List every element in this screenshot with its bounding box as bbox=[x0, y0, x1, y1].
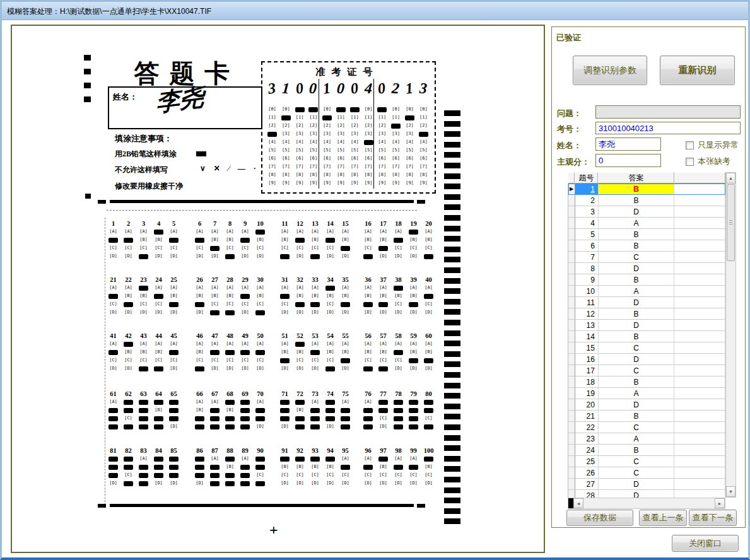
table-cell[interactable]: B bbox=[599, 274, 675, 286]
table-cell[interactable]: 17 bbox=[575, 365, 599, 376]
title-bar[interactable]: 模糊答案处理：H:\测试数据\一点通单扫\学生卡\XX10047.TIF bbox=[2, 2, 748, 20]
table-cell[interactable] bbox=[674, 206, 725, 218]
table-cell[interactable] bbox=[674, 479, 725, 490]
adjust-params-button[interactable]: 调整识别参数 bbox=[573, 55, 647, 85]
table-cell[interactable] bbox=[674, 376, 725, 388]
table-row[interactable]: 18B bbox=[568, 376, 725, 388]
table-row[interactable]: ▶1B bbox=[568, 184, 725, 195]
table-cell[interactable] bbox=[568, 433, 575, 445]
table-cell[interactable] bbox=[674, 354, 725, 365]
table-cell[interactable]: C bbox=[599, 342, 675, 354]
table-cell[interactable]: 7 bbox=[575, 252, 599, 263]
table-cell[interactable]: 15 bbox=[575, 342, 599, 354]
table-cell[interactable]: C bbox=[599, 467, 675, 479]
table-cell[interactable] bbox=[674, 388, 725, 399]
table-row[interactable]: 26C bbox=[568, 467, 725, 479]
table-cell[interactable]: B bbox=[599, 184, 675, 195]
table-cell[interactable]: C bbox=[599, 365, 675, 376]
table-row[interactable]: 17C bbox=[568, 365, 725, 376]
table-row[interactable]: 11D bbox=[568, 297, 725, 308]
table-row[interactable]: 12B bbox=[568, 308, 725, 320]
table-cell[interactable] bbox=[674, 411, 725, 422]
table-cell[interactable]: 24 bbox=[575, 445, 599, 456]
scroll-left-icon[interactable]: ◄ bbox=[573, 498, 583, 508]
table-cell[interactable]: D bbox=[599, 490, 675, 498]
table-row[interactable]: 3D bbox=[568, 206, 725, 218]
table-row[interactable]: 6B bbox=[568, 240, 725, 252]
only-abnormal-checkbox[interactable]: 只显示异常 bbox=[686, 139, 739, 151]
table-cell[interactable] bbox=[674, 342, 725, 354]
save-data-button[interactable]: 保存数据 bbox=[566, 510, 633, 526]
table-cell[interactable] bbox=[568, 308, 575, 320]
table-row[interactable]: 16D bbox=[568, 354, 725, 365]
table-cell[interactable] bbox=[568, 445, 575, 456]
table-cell[interactable]: 25 bbox=[575, 456, 599, 467]
table-cell[interactable]: C bbox=[599, 252, 675, 263]
table-cell[interactable]: 22 bbox=[575, 422, 599, 433]
table-cell[interactable] bbox=[568, 240, 575, 252]
table-cell[interactable] bbox=[568, 263, 575, 274]
table-cell[interactable] bbox=[568, 331, 575, 342]
rerecognize-button[interactable]: 重新识别 bbox=[660, 55, 735, 85]
h-scrollbar[interactable]: ◄ ► bbox=[568, 498, 725, 509]
table-cell[interactable] bbox=[568, 274, 575, 286]
table-cell[interactable] bbox=[674, 422, 725, 433]
table-cell[interactable]: D bbox=[599, 263, 675, 274]
table-cell[interactable]: 3 bbox=[575, 206, 599, 218]
table-cell[interactable] bbox=[674, 320, 725, 331]
table-row[interactable]: 27D bbox=[568, 479, 725, 490]
table-row[interactable]: 13D bbox=[568, 320, 725, 331]
table-cell[interactable]: 1 bbox=[575, 184, 599, 195]
table-cell[interactable]: B bbox=[599, 195, 675, 206]
scroll-up-icon[interactable]: ▲ bbox=[726, 173, 735, 184]
table-cell[interactable] bbox=[568, 399, 575, 411]
table-row[interactable]: 14B bbox=[568, 331, 725, 342]
table-cell[interactable]: B bbox=[599, 376, 675, 388]
table-cell[interactable] bbox=[674, 433, 725, 445]
table-cell[interactable]: 20 bbox=[575, 399, 599, 411]
table-row[interactable]: 5B bbox=[568, 229, 725, 240]
table-cell[interactable]: B bbox=[599, 411, 675, 422]
table-cell[interactable]: 11 bbox=[575, 297, 599, 308]
table-cell[interactable]: 28 bbox=[575, 490, 599, 498]
subjective-score-field[interactable] bbox=[595, 154, 661, 167]
absent-checkbox[interactable]: 本张缺考 bbox=[686, 156, 730, 167]
scroll-right-icon[interactable]: ► bbox=[715, 498, 725, 508]
table-cell[interactable]: 2 bbox=[575, 195, 599, 206]
table-cell[interactable]: 12 bbox=[575, 308, 599, 320]
table-cell[interactable] bbox=[674, 297, 725, 308]
table-cell[interactable] bbox=[674, 274, 725, 286]
table-cell[interactable]: D bbox=[599, 354, 675, 365]
view-next-button[interactable]: 查看下一条 bbox=[689, 510, 737, 526]
table-cell[interactable]: 26 bbox=[575, 467, 599, 479]
scroll-down-icon[interactable]: ▼ bbox=[726, 486, 735, 497]
table-cell[interactable]: 8 bbox=[575, 263, 599, 274]
table-cell[interactable]: A bbox=[599, 433, 675, 445]
table-row[interactable]: 20D bbox=[568, 399, 725, 411]
table-cell[interactable] bbox=[674, 195, 725, 206]
table-cell[interactable]: D bbox=[599, 206, 675, 218]
table-row[interactable]: 15C bbox=[568, 342, 725, 354]
table-cell[interactable] bbox=[674, 229, 725, 240]
table-cell[interactable] bbox=[674, 240, 725, 252]
qno-header[interactable]: 题号 bbox=[575, 172, 598, 184]
table-cell[interactable] bbox=[568, 206, 575, 218]
table-cell[interactable]: A bbox=[599, 388, 675, 399]
name-field[interactable] bbox=[595, 137, 661, 151]
table-cell[interactable]: D bbox=[599, 479, 675, 490]
table-cell[interactable]: 4 bbox=[575, 218, 599, 229]
table-row[interactable]: 4A bbox=[568, 218, 725, 229]
table-cell[interactable] bbox=[568, 422, 575, 433]
table-cell[interactable] bbox=[568, 297, 575, 308]
view-previous-button[interactable]: 查看上一条 bbox=[639, 510, 687, 526]
table-cell[interactable]: B bbox=[599, 331, 675, 342]
v-scrollbar[interactable]: ▲ ▼ bbox=[725, 172, 736, 498]
exam-no-field[interactable] bbox=[595, 122, 741, 134]
table-cell[interactable]: 10 bbox=[575, 286, 599, 297]
table-cell[interactable] bbox=[674, 184, 725, 195]
answer-header[interactable]: 答案 bbox=[598, 172, 674, 184]
close-window-button[interactable]: 关闭窗口 bbox=[672, 535, 739, 552]
table-cell[interactable]: 21 bbox=[575, 411, 599, 422]
table-row[interactable]: 28D bbox=[568, 490, 725, 498]
table-cell[interactable]: 14 bbox=[575, 331, 599, 342]
